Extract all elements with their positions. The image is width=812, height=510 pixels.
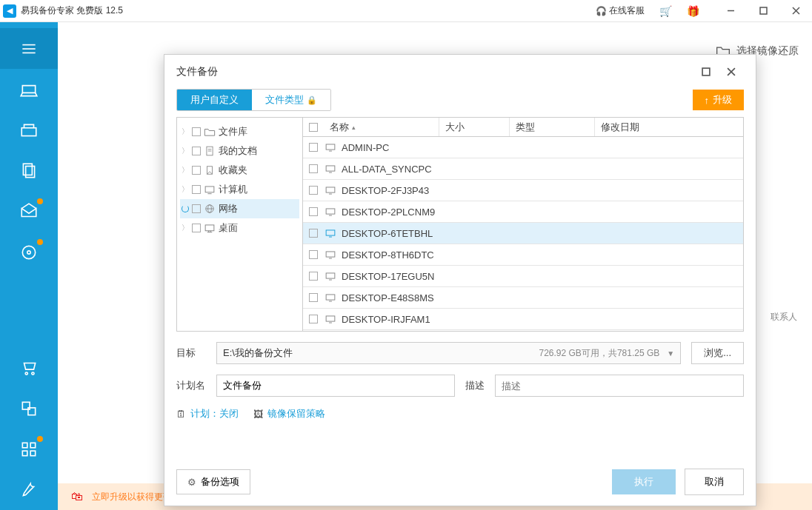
svg-rect-27 [205,186,214,192]
col-size[interactable]: 大小 [439,118,509,136]
upgrade-button[interactable]: ↑ 升级 [693,90,745,110]
svg-rect-7 [21,127,36,135]
sidebar [0,22,58,510]
chevron-down-icon[interactable]: ▼ [667,349,674,358]
svg-rect-8 [23,164,32,175]
list-row[interactable]: DESKTOP-2FJ3P43 [303,180,743,201]
list-row[interactable]: DESKTOP-17EGU5N [303,266,743,287]
tree-label: 收藏夹 [219,164,247,177]
tree-item[interactable]: 〉收藏夹 [180,161,299,180]
tree-checkbox[interactable] [192,224,201,232]
row-checkbox[interactable] [309,164,318,173]
tree-item[interactable]: 网络 [180,199,299,218]
svg-rect-44 [326,229,335,235]
tree-checkbox[interactable] [192,127,201,136]
lock-badge-icon [37,436,43,442]
tree-checkbox[interactable] [192,166,201,175]
row-checkbox[interactable] [309,250,318,259]
row-checkbox[interactable] [309,272,318,281]
minimize-button[interactable] [714,0,747,22]
nav-smart-backup[interactable] [0,232,58,272]
desc-label: 描述 [465,379,485,392]
tree-checkbox[interactable] [192,185,201,194]
list-row[interactable]: DESKTOP-IRJFAM1 [303,309,743,330]
svg-rect-16 [22,443,27,448]
col-type[interactable]: 类型 [509,118,594,136]
close-button[interactable] [779,0,812,22]
tree-item[interactable]: 〉计算机 [180,180,299,199]
svg-rect-42 [326,208,335,213]
tree-item[interactable]: 〉文件库 [180,122,299,141]
list-row[interactable]: DESKTOP-6TETBHL [303,223,743,244]
row-checkbox[interactable] [309,186,318,195]
nav-tools[interactable] [0,429,58,469]
source-tabs: 用户自定义 文件类型 🔒 [176,89,331,111]
nav-disk-backup[interactable] [0,69,58,110]
tab-custom[interactable]: 用户自定义 [177,90,252,110]
list-row[interactable]: ADMIN-PC [303,137,743,158]
row-checkbox[interactable] [309,229,318,238]
monitor-icon [324,250,337,260]
nav-system-backup[interactable] [0,110,58,150]
tree-item[interactable]: 〉桌面 [180,218,299,238]
list-body[interactable]: ADMIN-PCALL-DATA_SYNCPCDESKTOP-2FJ3P43DE… [303,137,743,331]
maximize-button[interactable] [747,0,779,22]
row-checkbox[interactable] [309,293,318,302]
backup-options-button[interactable]: ⚙ 备份选项 [176,469,250,494]
expand-icon[interactable]: 〉 [182,146,189,156]
fav-icon [204,165,216,175]
svg-rect-52 [326,315,335,321]
select-all-checkbox[interactable] [309,123,318,132]
gift-icon[interactable]: 🎁 [687,5,699,17]
tree-checkbox[interactable] [192,204,201,213]
tree-item[interactable]: 〉我的文档 [180,141,299,161]
cart-icon[interactable]: 🛒 [659,5,672,17]
col-name[interactable]: 名称▴ [324,118,439,136]
row-name: DESKTOP-2FJ3P43 [337,185,739,196]
list-row[interactable]: ALL-DATA_SYNCPC [303,158,743,180]
dialog-close-button[interactable] [719,59,744,84]
row-checkbox[interactable] [309,207,318,216]
plan-name-input[interactable] [216,375,455,397]
content-area: 选择镜像还原 联系人 🛍 立即升级以获得更强大的功能。 ♔ 立即激活 文件备份 … [58,22,812,510]
folder-tree[interactable]: 〉文件库〉我的文档〉收藏夹〉计算机网络〉桌面 [177,118,303,331]
svg-rect-1 [760,7,767,14]
nav-file-backup[interactable] [0,150,58,191]
svg-rect-50 [326,294,335,299]
nav-cart[interactable] [0,347,58,388]
expand-icon[interactable]: 〉 [182,127,189,137]
dest-field[interactable]: E:\我的备份文件 726.92 GB可用，共781.25 GB ▼ [216,342,681,364]
list-header: 名称▴ 大小 类型 修改日期 [303,118,743,137]
monitor-icon [324,315,337,324]
gear-icon: ⚙ [187,477,196,488]
svg-rect-46 [326,251,335,256]
row-name: DESKTOP-IRJFAM1 [337,314,739,325]
dialog-title: 文件备份 [176,65,218,78]
expand-icon[interactable]: 〉 [182,223,189,233]
expand-icon[interactable]: 〉 [182,184,189,195]
nav-clone[interactable] [0,388,58,429]
execute-button[interactable]: 执行 [612,469,676,494]
schedule-link[interactable]: 🗓 计划：关闭 [176,407,239,420]
dialog-maximize-button[interactable] [693,59,719,84]
online-service-link[interactable]: 🎧 在线客服 [596,4,645,17]
list-row[interactable]: DESKTOP-2PLCNM9 [303,201,743,223]
tab-filetype[interactable]: 文件类型 🔒 [252,90,330,110]
lock-badge-icon [37,239,43,245]
list-row[interactable]: DESKTOP-8TH6DTC [303,244,743,266]
row-name: DESKTOP-17EGU5N [337,271,739,282]
tree-checkbox[interactable] [192,147,201,155]
description-input[interactable] [495,375,744,397]
expand-icon[interactable]: 〉 [182,165,189,175]
nav-mail-backup[interactable] [0,191,58,232]
nav-menu[interactable] [0,28,58,69]
cancel-button[interactable]: 取消 [685,469,744,495]
row-checkbox[interactable] [309,315,318,323]
browse-button[interactable]: 浏览... [691,342,744,364]
nav-settings[interactable] [0,469,58,510]
col-date[interactable]: 修改日期 [594,118,743,136]
retention-link[interactable]: 🖼 镜像保留策略 [253,407,325,420]
row-checkbox[interactable] [309,143,318,152]
headset-icon: 🎧 [596,6,607,16]
list-row[interactable]: DESKTOP-E48S8MS [303,287,743,309]
